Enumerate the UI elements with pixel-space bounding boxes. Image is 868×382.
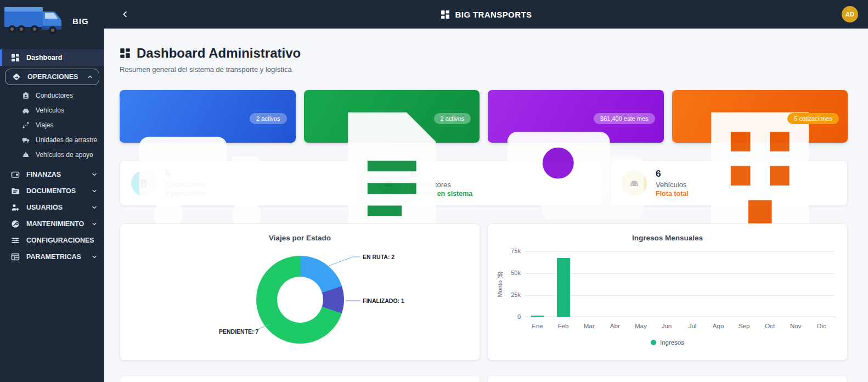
x-tick-label: Oct [757,323,783,329]
stat-card-clientes: 4 Clientes 5 cotizaciones [672,90,848,143]
chevron-down-icon[interactable] [91,171,98,178]
chevron-up-icon[interactable] [87,74,93,80]
bar [628,251,653,317]
folder-icon [11,187,20,195]
helmet-icon [22,151,30,159]
brand-logo: BIG [0,0,104,40]
x-tick-label: Sep [731,323,757,329]
sidebar-item-vehiculos-apoyo[interactable]: Vehículos de apoyo [0,147,104,162]
sidebar-group-documentos[interactable]: DOCUMENTOS [0,183,104,199]
wallet-icon [11,170,20,179]
top-header: BIG TRANSPORTS AD [104,0,868,29]
chevron-down-icon[interactable] [91,221,98,227]
legend-dot [651,340,656,345]
y-tick-label: 75k [500,248,521,254]
legend-item-ingresos[interactable]: Ingresos [651,339,684,346]
sidebar-group-mantenimiento[interactable]: MANTENIMIENTO [0,216,104,232]
sidebar-item-viajes[interactable]: Viajes [0,117,104,132]
x-tick-label: Ene [525,323,550,329]
page-grid-icon [120,48,131,59]
bottom-cards-row [120,375,848,382]
user-gear-icon [11,203,20,212]
bar [550,251,576,317]
main-content: Dashboard Administrativo Resumen general… [104,29,868,382]
x-tick-label: Ago [706,323,731,329]
bars-row [525,251,835,317]
bar [731,251,757,317]
chart-legend: Ingresos [488,339,847,346]
y-tick-label: 25k [500,291,521,298]
sidebar-group-usuarios[interactable]: USUARIOS [0,199,104,216]
sidebar-item-dashboard[interactable]: Dashboard [0,49,104,66]
sidebar-item-label: Vehículos de apoyo [36,151,93,159]
sidebar-group-label: FINANZAS [26,171,61,178]
donut-label-en-ruta: EN RUTA: 2 [363,254,394,260]
donut-chart-card: Viajes por Estado EN RUTA: 2 FINALIZADO:… [120,223,480,361]
chart-title: Ingresos Mensuales [488,234,847,242]
truck-logo-image [3,4,67,38]
status-badge: 2 activos [250,113,286,124]
sidebar-item-label: Viajes [36,121,53,129]
page-subtitle: Resumen general del sistema de transport… [120,65,848,74]
wrench-circle-icon [11,220,20,228]
trailer-truck-icon [22,136,30,144]
sidebar-group-label: USUARIOS [26,204,63,211]
bottom-card-right [487,375,848,382]
x-labels-row: EneFebMarAbrMayJunJulAgoSepOctNovDic [525,323,835,329]
x-tick-label: Mar [576,323,602,329]
sidebar-group-finanzas[interactable]: FINANZAS [0,166,104,183]
bar [653,251,679,317]
chart-title: Viajes por Estado [120,234,480,242]
sidebar-group-parametricas[interactable]: PARAMETRICAS [0,249,104,265]
x-tick-label: May [628,323,653,329]
x-tick-label: Dic [809,323,835,329]
brand-grid-icon [441,10,450,19]
legend-label: Ingresos [660,339,684,346]
id-badge-icon [22,92,30,99]
bar [525,251,550,317]
bar [602,251,628,317]
x-tick-label: Nov [783,323,809,329]
sidebar-item-label: Conductores [36,92,73,99]
brand-short-label: BIG [72,16,89,26]
sidebar-item-conductores[interactable]: Conductores [0,88,104,103]
sidebar-item-label: Vehículos [36,106,64,114]
table-list-icon [11,252,20,261]
sidebar-item-label: Dashboard [26,54,62,61]
x-tick-label: Abr [602,323,628,329]
app-title: BIG TRANSPORTS [455,10,532,19]
user-avatar[interactable]: AD [842,6,858,23]
route-icon [22,121,30,129]
donut-label-finalizado: FINALIZADO: 1 [363,297,404,304]
x-tick-label: Jun [653,323,679,329]
sidebar-group-operaciones[interactable]: OPERACIONES [5,69,99,85]
dashboard-grid-icon [11,53,20,62]
y-tick-label: 50k [500,269,521,276]
status-badge: 5 cotizaciones [787,113,839,124]
sidebar-item-label: Unidades de arrastre [36,136,97,144]
status-badge: 2 activos [434,113,471,124]
sidebar: BIG Dashboard OPERACIONES Conductores [0,0,104,382]
bar [757,251,783,317]
stat-cards-row: 10 Total Viajes 2 activos 9 Total Contra… [120,90,848,143]
x-tick-label: Jul [679,323,705,329]
chevron-down-icon[interactable] [91,204,98,211]
page-title: Dashboard Administrativo [137,46,301,61]
bar [809,251,835,317]
sidebar-group-label: CONFIGURACIONES [26,237,94,244]
x-tick-label: Feb [550,323,576,329]
bar [679,251,705,317]
sidebar-group-configuraciones[interactable]: CONFIGURACIONES [0,232,104,249]
chevron-down-icon[interactable] [91,254,98,260]
sidebar-item-unidades-arrastre[interactable]: Unidades de arrastre [0,132,104,147]
car-icon [22,106,30,114]
sidebar-item-vehiculos[interactable]: Vehículos [0,103,104,117]
directions-diamond-icon [12,72,21,81]
chevron-down-icon[interactable] [91,188,98,194]
app-title-bar: BIG TRANSPORTS [104,0,868,29]
donut-label-pendiente: PENDIENTE: 7 [219,328,258,335]
sidebar-group-label: PARAMETRICAS [26,253,81,261]
sidebar-group-label: MANTENIMIENTO [26,220,84,228]
stat-card-total-contratos: 9 Total Contratos 2 activos [304,90,480,143]
sliders-icon [11,236,20,245]
